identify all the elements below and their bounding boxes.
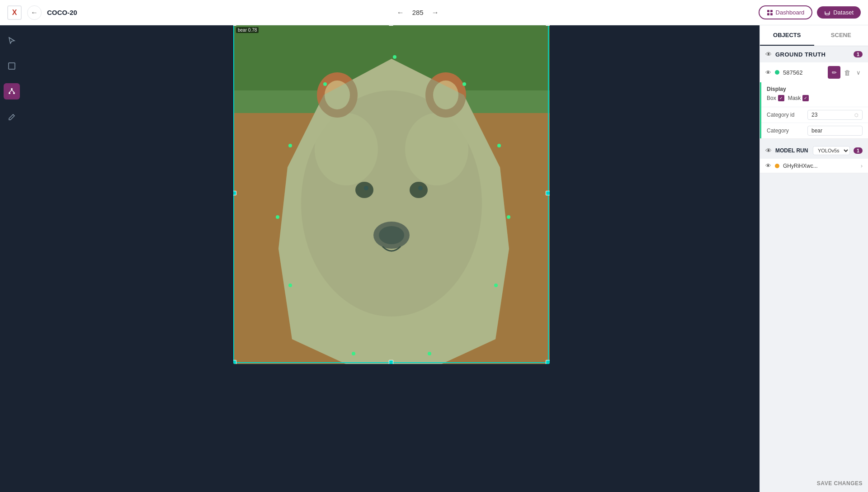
svg-line-9 bbox=[9, 90, 12, 92]
poly-point-4 bbox=[276, 215, 279, 219]
annotation-item: 👁 587562 ✏ 🗑 ∨ Display bbox=[760, 62, 868, 139]
svg-rect-3 bbox=[770, 13, 773, 15]
handle-bm bbox=[389, 360, 393, 364]
annotation-actions: ✏ 🗑 ∨ bbox=[828, 66, 863, 79]
svg-marker-28 bbox=[278, 59, 509, 364]
save-changes-button[interactable]: SAVE CHANGES bbox=[817, 480, 863, 487]
svg-point-8 bbox=[13, 92, 15, 94]
svg-point-17 bbox=[405, 113, 468, 185]
poly-point-11 bbox=[462, 82, 466, 86]
page-navigation: ← 285 → bbox=[394, 6, 442, 19]
model-item-expand-icon[interactable]: › bbox=[861, 162, 863, 169]
poly-point-8 bbox=[494, 284, 498, 287]
svg-point-24 bbox=[364, 186, 368, 190]
box-display-item: Box ✓ bbox=[767, 95, 784, 101]
mask-checkbox[interactable]: ✓ bbox=[802, 95, 809, 101]
left-sidebar bbox=[0, 25, 24, 492]
poly-point-2 bbox=[323, 82, 327, 86]
handle-tr bbox=[546, 25, 550, 26]
header: X ← COCO-20 ← 285 → Dashboard Dataset bbox=[0, 0, 868, 25]
logo[interactable]: X bbox=[7, 5, 22, 20]
svg-point-27 bbox=[379, 226, 404, 244]
box-checkbox[interactable]: ✓ bbox=[778, 95, 784, 101]
next-page-button[interactable]: → bbox=[429, 6, 442, 19]
poly-point-10 bbox=[497, 144, 501, 147]
model-run-title: MODEL RUN bbox=[775, 147, 809, 154]
model-item-visibility-toggle[interactable]: 👁 bbox=[765, 162, 771, 169]
back-button[interactable]: ← bbox=[27, 5, 42, 20]
bear-image: bear bear 0.78 bbox=[233, 25, 550, 364]
category-id-row: Category id 23 ⬡ bbox=[761, 107, 868, 123]
svg-rect-12 bbox=[233, 90, 550, 127]
tab-scene[interactable]: SCENE bbox=[814, 25, 868, 46]
svg-point-26 bbox=[373, 222, 410, 249]
canvas-area[interactable]: bear bear 0.78 bbox=[24, 25, 760, 492]
annotation-visibility-toggle[interactable]: 👁 bbox=[765, 69, 771, 76]
dashboard-icon bbox=[767, 9, 773, 16]
display-label: Display bbox=[767, 86, 863, 92]
annotation-delete-button[interactable]: 🗑 bbox=[842, 68, 853, 77]
annotation-color-dot bbox=[775, 70, 779, 75]
annotation-edit-button[interactable]: ✏ bbox=[828, 66, 840, 79]
svg-point-7 bbox=[9, 92, 10, 94]
svg-rect-13 bbox=[233, 113, 550, 364]
category-label: Category bbox=[767, 128, 807, 134]
svg-point-25 bbox=[418, 186, 423, 190]
cursor-tool[interactable] bbox=[4, 33, 20, 49]
rectangle-icon bbox=[8, 62, 16, 70]
svg-rect-1 bbox=[770, 10, 773, 12]
annotation-header: 👁 587562 ✏ 🗑 ∨ bbox=[760, 62, 868, 82]
project-title: COCO-20 bbox=[47, 9, 77, 16]
handle-tm bbox=[389, 25, 393, 26]
dashboard-button[interactable]: Dashboard bbox=[759, 5, 813, 19]
poly-point-7 bbox=[428, 352, 431, 355]
rectangle-tool[interactable] bbox=[4, 58, 20, 74]
bbox-label-score: bear 0.78 bbox=[236, 27, 259, 33]
model-run-item: 👁 GHyRiHXwc... › bbox=[760, 159, 868, 173]
handle-br bbox=[546, 360, 550, 364]
share-icon bbox=[8, 87, 16, 95]
svg-rect-5 bbox=[9, 63, 15, 69]
model-run-section: 👁 MODEL RUN YOLOv5s 1 👁 GHyRiHXwc... › bbox=[760, 142, 868, 173]
mask-label: Mask bbox=[788, 95, 801, 101]
model-run-select[interactable]: YOLOv5s bbox=[813, 146, 850, 155]
svg-point-16 bbox=[315, 113, 378, 185]
svg-point-6 bbox=[11, 88, 13, 90]
handle-mr bbox=[546, 191, 550, 195]
dataset-button[interactable]: Dataset bbox=[817, 6, 861, 19]
model-color-dot bbox=[775, 164, 779, 168]
svg-point-20 bbox=[325, 80, 350, 109]
display-options: Box ✓ Mask ✓ bbox=[767, 95, 863, 101]
model-run-visibility-toggle[interactable]: 👁 bbox=[765, 147, 772, 154]
header-buttons: Dashboard Dataset bbox=[759, 5, 861, 19]
category-value-box[interactable]: bear bbox=[807, 126, 863, 136]
spinner-icon: ⬡ bbox=[854, 113, 859, 118]
svg-point-23 bbox=[410, 182, 428, 198]
handle-tl bbox=[233, 25, 236, 26]
ground-truth-section-header: 👁 GROUND TRUTH 1 bbox=[760, 46, 868, 62]
handle-ml bbox=[233, 191, 236, 195]
svg-line-10 bbox=[12, 90, 14, 92]
prev-page-button[interactable]: ← bbox=[394, 6, 407, 19]
main-content: bear bear 0.78 bbox=[0, 25, 868, 492]
pen-icon bbox=[8, 113, 16, 121]
bounding-box: bear bear 0.78 bbox=[233, 25, 549, 363]
poly-point-6 bbox=[352, 352, 355, 355]
annotation-expand-button[interactable]: ∨ bbox=[854, 68, 863, 77]
pen-tool[interactable] bbox=[4, 109, 20, 125]
svg-rect-2 bbox=[767, 13, 769, 15]
panel-tabs: OBJECTS SCENE bbox=[760, 25, 868, 46]
svg-point-18 bbox=[317, 72, 358, 118]
poly-point-1 bbox=[393, 55, 396, 59]
share-tool[interactable] bbox=[4, 83, 20, 99]
display-detail: Display Box ✓ Mask ✓ bbox=[761, 82, 868, 107]
category-id-value-box[interactable]: 23 ⬡ bbox=[807, 110, 863, 120]
ground-truth-visibility-toggle[interactable]: 👁 bbox=[765, 51, 772, 58]
category-id-label: Category id bbox=[767, 112, 807, 118]
svg-point-15 bbox=[301, 90, 482, 317]
model-item-id: GHyRiHXwc... bbox=[783, 163, 857, 169]
poly-point-5 bbox=[288, 284, 292, 287]
tab-objects[interactable]: OBJECTS bbox=[760, 25, 814, 46]
ground-truth-badge: 1 bbox=[854, 51, 863, 57]
svg-point-22 bbox=[355, 182, 373, 198]
